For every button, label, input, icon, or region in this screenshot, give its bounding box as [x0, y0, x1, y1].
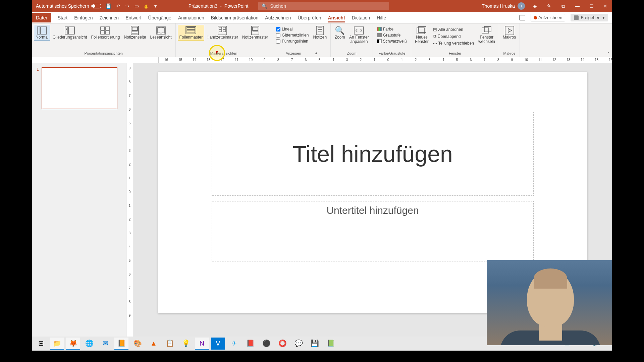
record-button[interactable]: Aufzeichnen — [531, 14, 566, 21]
tab-ansicht[interactable]: Ansicht — [328, 13, 345, 22]
subtitle-placeholder[interactable]: Untertitel hinzufügen — [212, 201, 534, 261]
powerpoint-icon[interactable]: 📙 — [114, 338, 128, 350]
tab-hilfe[interactable]: Hilfe — [377, 13, 386, 22]
minimize-button[interactable]: ― — [573, 2, 581, 10]
notes-button[interactable]: Notizen — [311, 25, 328, 41]
start-button[interactable]: ⊞ — [34, 338, 48, 350]
comments-icon[interactable] — [519, 15, 525, 20]
notes-page-button[interactable]: Notizenseite — [122, 25, 148, 41]
app-icon-6[interactable]: 💾 — [308, 338, 322, 350]
tab-einfuegen[interactable]: Einfügen — [74, 13, 93, 22]
macros-button[interactable]: Makros — [501, 25, 518, 41]
slide-master-button[interactable]: Folienmaster — [178, 25, 204, 41]
group-label-master: Masteransichten — [210, 51, 237, 56]
app-icon-4[interactable]: 📕 — [243, 338, 257, 350]
maximize-button[interactable]: ☐ — [587, 2, 595, 10]
handout-master-button[interactable]: Handzettelmaster — [205, 25, 240, 41]
zoom-button[interactable]: 🔍 Zoom — [333, 25, 347, 41]
slide-thumbnails-panel[interactable]: 1 — [32, 63, 126, 337]
fit-window-button[interactable]: An Fenster anpassen — [347, 25, 371, 45]
horizontal-ruler: 1615141312111098765432101234567891011121… — [32, 57, 612, 63]
new-window-button[interactable]: Neues Fenster — [413, 25, 430, 45]
ruler-corner — [158, 57, 164, 63]
touch-icon[interactable]: ☝ — [144, 3, 149, 9]
onenote-icon[interactable]: N — [195, 338, 209, 350]
toggle-icon[interactable] — [91, 4, 101, 8]
document-name: Präsentation3 — [189, 3, 217, 9]
app-icon-2[interactable]: 📋 — [163, 338, 177, 350]
group-label-views: Präsentationsansichten — [85, 51, 123, 56]
share-button[interactable]: Freigeben ▾ — [571, 14, 608, 21]
title-placeholder[interactable]: Titel hinzufügen — [212, 112, 534, 196]
autosave-toggle[interactable]: Automatisches Speichern — [36, 3, 101, 9]
chevron-down-icon: ▾ — [602, 15, 605, 20]
firefox-icon[interactable]: 🦊 — [66, 338, 80, 350]
group-label-macros: Makros — [503, 51, 516, 56]
tab-animationen[interactable]: Animationen — [178, 13, 204, 22]
dialog-launcher-icon[interactable]: ◢ — [315, 51, 317, 55]
tab-aufzeichnen[interactable]: Aufzeichnen — [265, 13, 291, 22]
collapse-ribbon-icon[interactable]: ⌃ — [607, 51, 610, 56]
svg-rect-20 — [223, 27, 226, 29]
obs-icon[interactable]: ⚫ — [259, 338, 273, 350]
ruler-checkbox[interactable]: Lineal — [276, 27, 309, 32]
vlc-icon[interactable]: ▲ — [147, 338, 161, 350]
search-box[interactable]: 🔍 Suchen — [258, 2, 389, 10]
app-icon-3[interactable]: 💡 — [179, 338, 193, 350]
arrange-all-option[interactable]: ⊞Alle anordnen — [433, 27, 474, 32]
color-option[interactable]: Farbe — [377, 27, 407, 32]
window-icon[interactable]: ⧉ — [559, 2, 567, 10]
discord-icon[interactable]: 💬 — [291, 338, 306, 350]
qat-dropdown-icon[interactable]: ▾ — [153, 3, 158, 9]
tab-entwurf[interactable]: Entwurf — [125, 13, 141, 22]
move-split-option[interactable]: ⇔Teilung verschieben — [433, 41, 474, 46]
tab-ueberpruefen[interactable]: Überprüfen — [298, 13, 321, 22]
switch-windows-button[interactable]: Fenster wechseln — [477, 25, 497, 45]
svg-rect-8 — [101, 31, 105, 34]
tab-zeichnen[interactable]: Zeichnen — [100, 13, 119, 22]
record-label: Aufzeichnen — [538, 15, 562, 20]
gridlines-checkbox[interactable]: Gitternetzlinien — [276, 33, 309, 38]
undo-icon[interactable]: ↶ — [115, 3, 121, 9]
tab-uebergaenge[interactable]: Übergänge — [148, 13, 171, 22]
title-text: Titel hinzufügen — [292, 141, 453, 167]
user-account[interactable]: Thomas Hruska TH — [482, 2, 525, 10]
diamond-icon[interactable]: ◈ — [531, 2, 539, 10]
cascade-option[interactable]: ⧉Überlappend — [433, 34, 474, 39]
notes-master-button[interactable]: Notizenmaster — [240, 25, 270, 41]
autosave-label: Automatisches Speichern — [36, 3, 89, 9]
webcam-overlay — [487, 260, 612, 345]
file-explorer-icon[interactable]: 📁 — [50, 338, 64, 350]
normal-view-button[interactable]: Normal — [34, 25, 50, 41]
outlook-icon[interactable]: ✉ — [98, 338, 112, 350]
tab-bildschirm[interactable]: Bildschirmpräsentation — [211, 13, 259, 22]
tab-start[interactable]: Start — [58, 13, 68, 22]
guides-checkbox[interactable]: Führungslinien — [276, 39, 309, 44]
slide-thumbnail-1[interactable] — [42, 67, 117, 109]
pen-icon[interactable]: ✎ — [545, 2, 553, 10]
slideshow-start-icon[interactable]: ▭ — [134, 3, 140, 9]
grayscale-option[interactable]: Graustufe — [377, 33, 407, 38]
outline-view-button[interactable]: Gliederungsansicht — [51, 25, 89, 41]
reading-view-button[interactable]: Leseansicht — [149, 25, 173, 41]
svg-rect-22 — [223, 30, 226, 32]
blackwhite-option[interactable]: Schwarzweiß — [377, 39, 407, 44]
telegram-icon[interactable]: ✈ — [227, 338, 241, 350]
excel-icon[interactable]: 📗 — [324, 338, 338, 350]
close-button[interactable]: ✕ — [601, 2, 609, 10]
titlebar: Automatisches Speichern 💾 ↶ ↷ ▭ ☝ ▾ Präs… — [32, 0, 612, 12]
save-icon[interactable]: 💾 — [106, 3, 111, 9]
tab-dictation[interactable]: Dictation — [352, 13, 370, 22]
tab-file[interactable]: Datei — [32, 13, 51, 22]
chrome-icon[interactable]: 🌐 — [82, 338, 96, 350]
group-label-window: Fenster — [449, 51, 461, 56]
svg-rect-16 — [187, 27, 195, 29]
redo-icon[interactable]: ↷ — [125, 3, 130, 9]
ribbon: Normal Gliederungsansicht Foliensortieru… — [32, 23, 612, 57]
slide-sorter-button[interactable]: Foliensortierung — [89, 25, 121, 41]
app-icon-5[interactable]: ⭕ — [275, 338, 289, 350]
app-icon-v[interactable]: V — [211, 338, 225, 350]
svg-rect-19 — [219, 27, 222, 29]
app-icon-1[interactable]: 🎨 — [130, 338, 145, 350]
svg-rect-21 — [219, 30, 222, 32]
